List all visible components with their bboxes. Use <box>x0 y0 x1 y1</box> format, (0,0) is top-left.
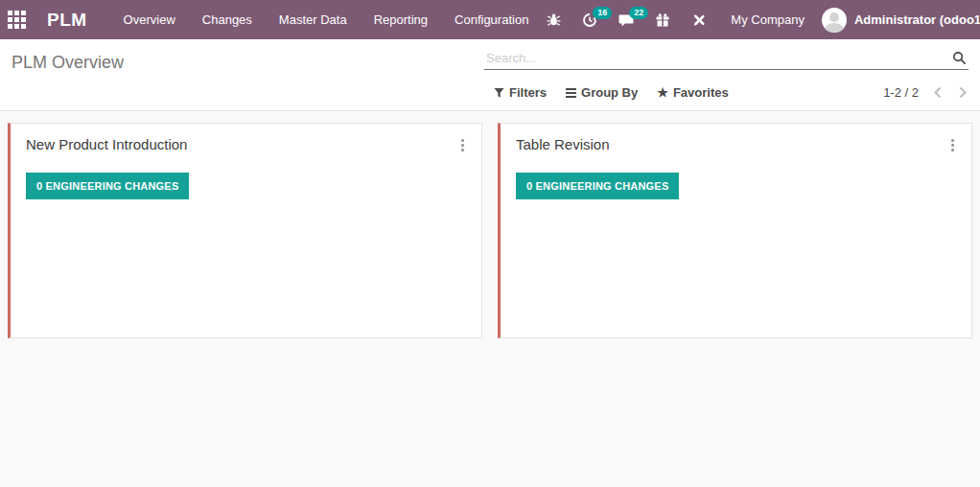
star-icon: ★ <box>657 86 668 99</box>
search-options-bar: Filters Group By ★ Favorites 1-2 / 2 <box>484 81 968 104</box>
group-by-icon <box>566 88 576 98</box>
search-icon[interactable] <box>952 51 967 65</box>
menu-reporting[interactable]: Reporting <box>364 7 437 33</box>
pager-previous-button[interactable] <box>932 84 944 101</box>
search-input[interactable] <box>486 51 946 65</box>
group-by-button[interactable]: Group By <box>556 81 647 104</box>
card-title: New Product Introduction <box>26 136 466 152</box>
company-switcher[interactable]: My Company <box>719 7 816 33</box>
activities-button[interactable]: 16 <box>573 7 606 34</box>
card-kebab-menu[interactable] <box>947 135 958 155</box>
main-menu: Overview Changes Master Data Reporting C… <box>114 7 539 33</box>
filters-label: Filters <box>509 85 547 100</box>
pager: 1-2 / 2 <box>883 84 968 101</box>
user-name: Administrator (odoo14_e) <box>854 12 980 27</box>
user-avatar <box>822 8 847 33</box>
menu-master-data[interactable]: Master Data <box>269 7 357 33</box>
apps-menu-button[interactable] <box>8 6 26 35</box>
navbar-systray: 16 22 My Company <box>538 4 980 36</box>
engineering-changes-button[interactable]: 0 Engineering Changes <box>26 173 189 199</box>
menu-overview[interactable]: Overview <box>114 7 185 33</box>
gift-button[interactable] <box>646 7 679 34</box>
menu-changes[interactable]: Changes <box>193 7 262 33</box>
gift-icon <box>655 12 670 28</box>
message-count-badge: 22 <box>629 7 648 19</box>
card-kebab-menu[interactable] <box>457 135 468 155</box>
bug-icon <box>547 12 561 27</box>
messages-button[interactable]: 22 <box>610 7 642 34</box>
pager-next-button[interactable] <box>957 84 968 101</box>
crossed-tools-icon <box>691 12 707 28</box>
pager-value: 1-2 / 2 <box>883 85 919 100</box>
app-title[interactable]: PLM <box>47 10 87 31</box>
group-by-label: Group By <box>581 85 638 100</box>
tools-button[interactable] <box>683 7 715 34</box>
activity-count-badge: 16 <box>593 7 612 19</box>
kanban-view: New Product Introduction 0 Engineering C… <box>0 111 980 487</box>
debug-bug-button[interactable] <box>538 7 570 33</box>
breadcrumb[interactable]: PLM Overview <box>12 53 484 73</box>
kanban-card-table-revision: Table Revision 0 Engineering Changes <box>498 123 972 338</box>
menu-configuration[interactable]: Configuration <box>445 7 538 33</box>
kanban-card-new-product-introduction: New Product Introduction 0 Engineering C… <box>8 123 482 338</box>
chevron-right-icon <box>959 86 967 99</box>
top-navbar: PLM Overview Changes Master Data Reporti… <box>0 0 980 39</box>
filters-button[interactable]: Filters <box>484 81 556 104</box>
user-menu[interactable]: Administrator (odoo14_e) <box>820 4 980 36</box>
filter-funnel-icon <box>494 87 504 99</box>
favorites-label: Favorites <box>673 85 729 100</box>
favorites-button[interactable]: ★ Favorites <box>647 81 737 104</box>
card-title: Table Revision <box>516 136 956 152</box>
chevron-left-icon <box>934 86 942 99</box>
control-panel: PLM Overview Filters Group By ★ Fav <box>0 39 980 111</box>
search-box <box>484 49 968 70</box>
apps-grid-icon <box>8 11 26 29</box>
engineering-changes-button[interactable]: 0 Engineering Changes <box>516 173 679 199</box>
